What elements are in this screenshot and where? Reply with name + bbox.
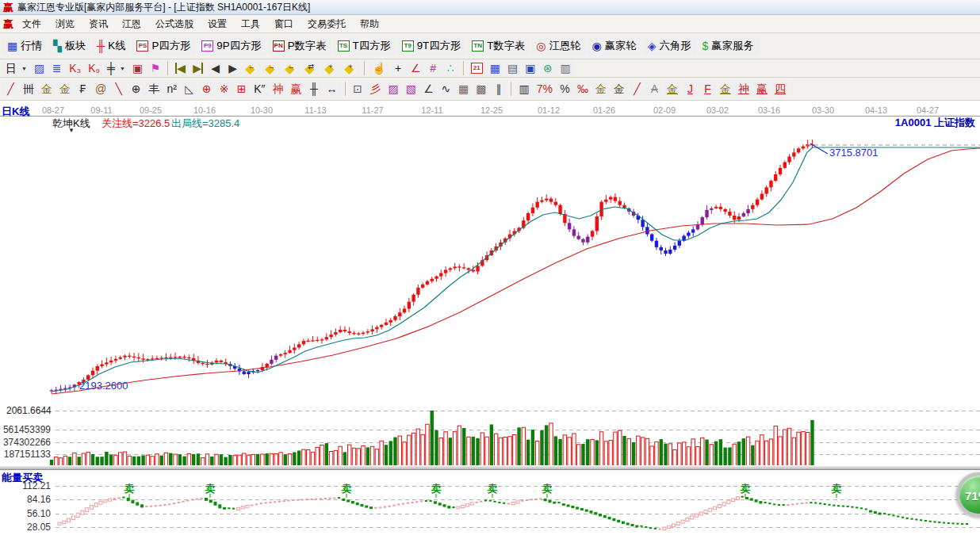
world-time-button[interactable]: ⊛ (539, 60, 556, 76)
nav-prev-button[interactable]: ◀ (207, 60, 224, 76)
ying-tool-button[interactable]: 赢 (288, 81, 305, 97)
menu-item-help[interactable]: 帮助 (353, 16, 386, 32)
kline-chart-canvas[interactable] (0, 101, 980, 539)
menu-item-formula-picker[interactable]: 公式选股 (148, 16, 201, 32)
kline-mark-button[interactable]: K″ (251, 81, 268, 97)
sector-blocks-button[interactable]: ▚板块 (48, 36, 90, 55)
ying-angle-button[interactable]: 赢 (753, 81, 771, 97)
pen-tool-button[interactable]: ╱ (2, 81, 19, 97)
pen-ruler-button[interactable]: ╲ (110, 81, 127, 97)
gann-expand-all-button[interactable]: ◆+ (321, 60, 340, 76)
nav-next-button[interactable]: ▶ (224, 60, 241, 76)
box-frame-tool-button[interactable]: ⊡ (350, 81, 366, 97)
gold-angle2-button[interactable]: 金 (717, 81, 734, 97)
p9-square-button[interactable]: P99P四方形 (197, 36, 266, 55)
hexagon-button[interactable]: ◈六角形 (643, 36, 696, 55)
gann-net-button[interactable]: # (425, 60, 442, 76)
winner-service-button[interactable]: $赢家服务 (698, 36, 759, 55)
crosshair-tool-button[interactable]: + (390, 60, 407, 76)
n-square-button[interactable]: n² (163, 81, 180, 97)
menu-item-gann[interactable]: 江恩 (115, 16, 148, 32)
gann-compress-h-button[interactable]: ◆⇄ (301, 60, 320, 76)
gann-star-button[interactable]: ※ (216, 81, 232, 97)
mind-cluster-button[interactable]: ∴ (442, 60, 459, 76)
angle-pen-button[interactable]: ∠ (408, 60, 424, 76)
gold-circle-button[interactable]: 金 (592, 81, 610, 97)
nav-last-button[interactable]: ▶ (189, 60, 206, 76)
candle-style-dropdown-button[interactable]: ╪▼ (104, 60, 128, 76)
fan-box2-button[interactable]: ▧ (403, 81, 419, 97)
pattern-box-button[interactable]: ▣ (129, 60, 146, 76)
menu-item-tools[interactable]: 工具 (234, 16, 267, 32)
wave-tool-button[interactable]: ∿ (438, 81, 454, 97)
percent-button[interactable]: % (557, 81, 573, 97)
j-line-button[interactable]: J (682, 81, 699, 97)
notes-button[interactable]: ▤ (504, 60, 521, 76)
calendar-button[interactable]: 21 (468, 60, 486, 76)
info-list-button[interactable]: ≣ (48, 60, 65, 76)
menu-item-trading[interactable]: 交易委托 (301, 16, 353, 32)
menu-item-file[interactable]: 文件 (15, 16, 48, 32)
grid-ruler-button[interactable]: 丰 (145, 81, 163, 97)
fib-f-tool-button[interactable]: ₣ (75, 81, 91, 97)
gann-circle-button[interactable]: ⊕ (198, 81, 215, 97)
nav-next-icon: ▶ (228, 63, 237, 74)
four-angle-button[interactable]: 四 (771, 81, 789, 97)
percent-lines-button[interactable]: ‰ (574, 81, 591, 97)
parallel-lines-button[interactable]: ∥ (490, 81, 507, 97)
hand-tool-button[interactable]: ☝ (369, 60, 389, 76)
gann-gold-tool2-button[interactable]: 金 (56, 81, 74, 97)
nav-first-button[interactable]: ◀ (172, 60, 189, 76)
menu-item-browse[interactable]: 浏览 (48, 16, 82, 32)
print-button[interactable]: ▥ (557, 60, 573, 76)
gann-shift-right-button[interactable]: ◆→ (262, 60, 281, 76)
menu-item-settings[interactable]: 设置 (201, 16, 234, 32)
menu-item-window[interactable]: 窗口 (267, 16, 301, 32)
circle-ruler-button[interactable]: ⊕ (128, 81, 144, 97)
kline-small-3-button[interactable]: K₃ (66, 60, 84, 76)
tally-line-button[interactable]: 卌 (20, 81, 37, 97)
period-day-dropdown-button[interactable]: 日▼ (2, 60, 30, 76)
percent-table-button[interactable]: ▥ (515, 81, 532, 97)
grid-dense1-button[interactable]: ▦ (455, 81, 472, 97)
p-square-button[interactable]: PSP四方形 (132, 36, 195, 55)
gann-grid-button[interactable]: ⊞ (233, 81, 250, 97)
kline-chart-button[interactable]: ╫K线 (92, 36, 130, 55)
kline-small-9-button[interactable]: K₉ (85, 60, 103, 76)
a-lines-button[interactable]: A (646, 81, 663, 97)
winner-wheel-button[interactable]: ◉赢家轮 (588, 36, 641, 55)
angle-triangle-button[interactable]: ◺ (181, 81, 197, 97)
span-arrow-button[interactable]: ↔ (323, 81, 341, 97)
t-number-table-button[interactable]: TNT数字表 (467, 36, 530, 55)
menu-item-news[interactable]: 资讯 (82, 16, 115, 32)
gold-lines-button[interactable]: 金 (611, 81, 628, 97)
p-number-table-button[interactable]: PNP数字表 (268, 36, 331, 55)
angle-lines-button[interactable]: ∠ (420, 81, 437, 97)
shen-angle-button[interactable]: 神 (735, 81, 752, 97)
color-flag-button[interactable]: ⚑ (147, 60, 163, 76)
gann-shift-left-button[interactable]: ◆← (242, 60, 261, 76)
chevron-down-icon[interactable]: ▼ (68, 127, 75, 134)
pen-mark-button[interactable]: ╱ (629, 81, 645, 97)
gann-gold-tool1-button[interactable]: 金 (38, 81, 56, 97)
t9-square-button[interactable]: T99T四方形 (397, 36, 466, 55)
gann-center-button[interactable]: ◆+ (341, 60, 360, 76)
calculator-button[interactable]: ▦ (487, 60, 503, 76)
t-square-button[interactable]: TST四方形 (333, 36, 396, 55)
gann-wheel-button[interactable]: ◎江恩轮 (531, 36, 585, 55)
gann-expand-h-button[interactable]: ◆↔ (281, 60, 301, 76)
fan-box1-button[interactable]: ▨ (385, 81, 402, 97)
panel-splitter[interactable] (0, 465, 980, 470)
market-quotes-button[interactable]: ▦行情 (2, 36, 47, 55)
chart-area[interactable]: 日K线 08-2709-1109-2510-1610-3011-1311-271… (0, 101, 980, 539)
gold-angle1-button[interactable]: 金 (664, 81, 681, 97)
percent-7-button[interactable]: 7% (534, 81, 556, 97)
ruler-123-button[interactable]: ╫ (306, 81, 323, 97)
shen-tool-button[interactable]: 神 (270, 81, 287, 97)
grid-dense2-button[interactable]: ▩ (473, 81, 489, 97)
save-button[interactable]: ▣ (522, 60, 538, 76)
spiral-tool-button[interactable]: @ (92, 81, 109, 97)
f-line-button[interactable]: F (699, 81, 716, 97)
pattern-window-button[interactable]: ▨ (31, 60, 48, 76)
fan-lines-button[interactable]: 彡 (367, 81, 385, 97)
